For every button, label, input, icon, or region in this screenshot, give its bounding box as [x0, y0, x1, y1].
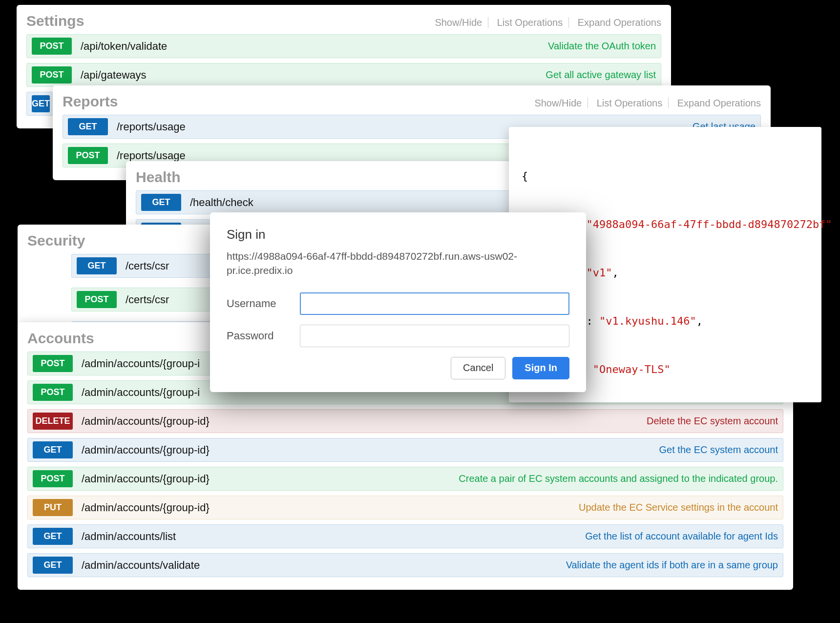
- field-username: Username: [227, 292, 569, 315]
- op-path: /health/check: [190, 196, 253, 209]
- op-path: /admin/accounts/{group-i: [82, 357, 200, 370]
- section-title-reports: Reports: [63, 93, 118, 110]
- op-desc: Create a pair of EC system accounts and …: [210, 473, 778, 484]
- op-path: /admin/accounts/validate: [82, 559, 200, 572]
- password-input[interactable]: [300, 325, 569, 347]
- op-path: /admin/accounts/{group-id}: [82, 444, 210, 457]
- op-path: /certs/csr: [126, 293, 169, 306]
- link-showhide[interactable]: Show/Hide: [528, 98, 588, 108]
- op-desc: Delete the EC system account: [210, 415, 778, 427]
- section-title-security: Security: [27, 232, 85, 249]
- section-header: Reports Show/Hide List Operations Expand…: [63, 91, 761, 115]
- dialog-title: Sign in: [227, 227, 569, 242]
- link-expand-operations[interactable]: Expand Operations: [572, 17, 661, 28]
- label-password: Password: [227, 330, 300, 342]
- json-brace-open: {: [522, 168, 809, 184]
- method-badge-get: GET: [77, 257, 117, 274]
- method-badge-put: PUT: [33, 499, 73, 516]
- method-badge-post: POST: [77, 291, 117, 308]
- section-title-settings: Settings: [26, 13, 84, 29]
- cancel-button[interactable]: Cancel: [451, 357, 505, 379]
- link-expand-operations[interactable]: Expand Operations: [672, 98, 761, 108]
- section-title-accounts: Accounts: [27, 330, 94, 347]
- op-row[interactable]: DELETE/admin/accounts/{group-id}Delete t…: [27, 409, 783, 433]
- dialog-url: https://4988a094-66af-47ff-bbdd-d8948702…: [227, 249, 569, 278]
- method-badge-post: POST: [33, 384, 73, 401]
- op-row[interactable]: POST /api/token/validate Validate the OA…: [26, 34, 661, 58]
- op-row[interactable]: GET: [26, 92, 56, 116]
- op-path: /admin/accounts/{group-id}: [82, 473, 210, 485]
- op-desc: Update the EC Service settings in the ac…: [210, 502, 778, 513]
- method-badge-post: POST: [33, 355, 73, 372]
- link-list-operations[interactable]: List Operations: [591, 98, 669, 108]
- method-badge-get: GET: [68, 118, 108, 135]
- op-desc: Validate the agent ids if both are in a …: [200, 560, 778, 571]
- op-path: /certs/csr: [126, 260, 169, 272]
- method-badge-delete: DELETE: [33, 413, 73, 430]
- field-password: Password: [227, 325, 569, 347]
- op-path: /admin/accounts/{group-id}: [82, 415, 210, 428]
- op-desc: Validate the OAuth token: [167, 41, 656, 52]
- method-badge-get: GET: [33, 528, 73, 545]
- method-badge-post: POST: [32, 66, 72, 83]
- label-username: Username: [227, 297, 300, 310]
- op-desc: Get the list of account available for ag…: [176, 531, 778, 542]
- op-row[interactable]: GET/admin/accounts/listGet the list of a…: [27, 524, 783, 548]
- link-list-operations[interactable]: List Operations: [491, 17, 569, 28]
- method-badge-get: GET: [32, 95, 50, 112]
- section-links: Show/Hide List Operations Expand Operati…: [429, 17, 661, 28]
- op-row[interactable]: POST/admin/accounts/{group-id}Create a p…: [27, 467, 783, 491]
- op-row[interactable]: POST /api/gateways Get all active gatewa…: [26, 63, 661, 87]
- dialog-buttons: Cancel Sign In: [227, 357, 569, 379]
- method-badge-get: GET: [33, 441, 73, 458]
- section-header: Settings Show/Hide List Operations Expan…: [26, 11, 661, 34]
- op-path: /admin/accounts/list: [82, 530, 176, 543]
- method-badge-get: GET: [141, 194, 181, 211]
- method-badge-post: POST: [68, 147, 108, 164]
- signin-dialog: Sign in https://4988a094-66af-47ff-bbdd-…: [210, 212, 586, 392]
- section-title-health: Health: [136, 169, 181, 186]
- op-path: /api/gateways: [81, 69, 147, 82]
- signin-button[interactable]: Sign In: [512, 357, 569, 379]
- section-links: Show/Hide List Operations Expand Operati…: [528, 98, 761, 109]
- username-input[interactable]: [300, 292, 569, 315]
- op-row[interactable]: GET/admin/accounts/{group-id}Get the EC …: [27, 438, 783, 462]
- op-row[interactable]: PUT/admin/accounts/{group-id}Update the …: [27, 496, 783, 519]
- op-path: /api/token/validate: [81, 40, 167, 53]
- method-badge-get: GET: [33, 557, 73, 574]
- link-showhide[interactable]: Show/Hide: [429, 17, 488, 28]
- op-path: /admin/accounts/{group-id}: [82, 501, 210, 514]
- method-badge-post: POST: [33, 470, 73, 487]
- method-badge-post: POST: [32, 38, 72, 55]
- op-path: /reports/usage: [117, 149, 186, 162]
- op-row[interactable]: GET/admin/accounts/validateValidate the …: [27, 553, 783, 577]
- op-path: /reports/usage: [117, 121, 186, 133]
- op-desc: Get all active gateway list: [147, 69, 656, 81]
- op-desc: Get the EC system account: [210, 444, 778, 456]
- op-path: /admin/accounts/{group-i: [82, 386, 200, 399]
